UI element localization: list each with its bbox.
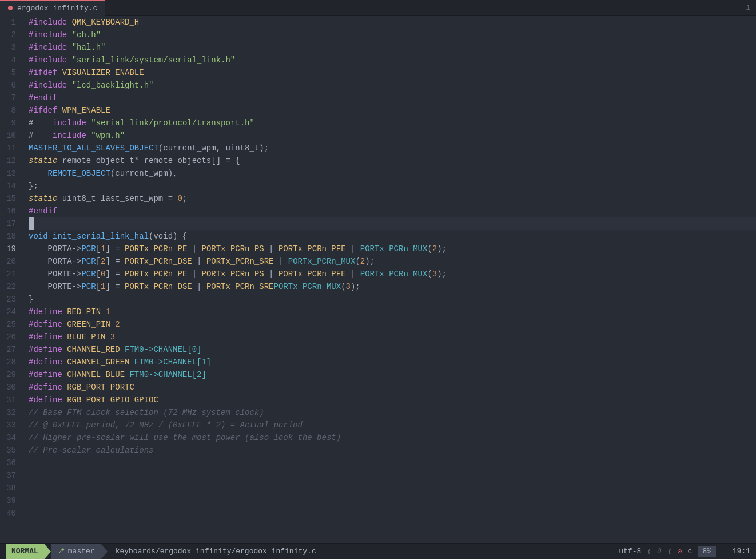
token-op <box>62 370 67 379</box>
tab-bar: ergodox_infinity.c 1 <box>0 0 756 16</box>
token-op: [ <box>96 244 101 253</box>
token-macro: PORTx_PCRn_PFE <box>278 269 346 279</box>
line-number: 4 <box>5 54 16 66</box>
token-macro: PORTx_PCRn_DSE <box>125 257 192 266</box>
token-op: uint8_t last_sent_wpm = <box>57 194 177 203</box>
code-line: #ifdef WPM_ENABLE <box>29 104 756 117</box>
line-number: 31 <box>5 394 16 406</box>
token-str: "wpm.h" <box>91 131 125 140</box>
token-op: ] = <box>105 257 125 266</box>
code-line: #define GREEN_PIN 2 <box>29 318 756 331</box>
statusbar: NORMAL ⎇ master keyboards/ergodox_infini… <box>0 543 756 559</box>
token-op: # <box>29 118 38 128</box>
line-number: 30 <box>5 381 16 394</box>
line-number: 23 <box>5 293 16 306</box>
token-macro: PORTx_PCRn_SRE <box>206 282 274 291</box>
token-comment: // Base FTM clock selection (72 MHz syst… <box>29 408 264 417</box>
active-tab[interactable]: ergodox_infinity.c <box>0 0 105 16</box>
mode-indicator: NORMAL <box>6 544 44 560</box>
token-op: ); <box>365 257 375 266</box>
token-macro: RGB_PORT <box>67 383 105 392</box>
token-op <box>86 118 91 128</box>
line-number: 16 <box>5 205 16 217</box>
token-op: remote_object_t* remote_objects[] = { <box>57 156 240 165</box>
line-number: 20 <box>5 255 16 268</box>
token-cyan: PORTx_PCRn_MUX <box>274 282 341 291</box>
filetype: c <box>688 547 693 556</box>
line-number: 22 <box>5 280 16 293</box>
token-macro: CHANNEL_RED <box>67 345 120 354</box>
branch-arrow <box>101 544 108 560</box>
code-line: // @ 0xFFFF period, 72 MHz / (0xFFFF * 2… <box>29 419 756 431</box>
token-op: (current_wpm), <box>110 169 178 178</box>
token-macro: PORTx_PCRn_PS <box>202 269 264 279</box>
token-kw-blue: void <box>29 232 48 241</box>
token-cyan: PORTx_PCRn_MUX <box>360 244 428 253</box>
git-icon: ⎇ <box>57 547 65 556</box>
line-number: 14 <box>5 180 16 192</box>
code-line: #include "serial_link/system/serial_link… <box>29 54 756 66</box>
line-number: 8 <box>5 104 16 117</box>
branch-indicator: ⎇ master <box>51 544 101 560</box>
code-content[interactable]: #include QMK_KEYBOARD_H#include "ch.h"#i… <box>22 16 756 543</box>
code-line: # include "wpm.h" <box>29 129 756 142</box>
token-kw-hash: #define <box>29 320 62 329</box>
token-macro: PORTC <box>110 383 134 392</box>
token-fn: PCR <box>81 269 96 279</box>
modified-dot <box>8 6 13 10</box>
token-macro: RGB_PORT_GPIO <box>67 395 129 405</box>
token-str: "lcd_backlight.h" <box>72 81 154 90</box>
code-line: REMOTE_OBJECT(current_wpm), <box>29 167 756 180</box>
token-num: 0 <box>177 194 182 203</box>
line-number: 21 <box>5 268 16 280</box>
token-kw-italic: static <box>29 194 57 203</box>
token-kw-hash: #define <box>29 370 62 379</box>
token-op: ( <box>427 269 432 279</box>
token-op: | <box>187 269 201 279</box>
line-number: 18 <box>5 230 16 243</box>
token-macro: BLUE_PIN <box>67 332 105 342</box>
token-op: ; <box>182 194 187 203</box>
token-op <box>62 395 67 405</box>
token-op <box>86 131 91 140</box>
token-op: [ <box>96 282 101 291</box>
token-kw-hash: #include <box>29 43 67 52</box>
token-op: # <box>29 131 38 140</box>
arrow-icon-3: ❮ <box>667 547 672 556</box>
token-num: 1 <box>105 307 110 316</box>
line-number: 40 <box>5 507 16 520</box>
token-op: | <box>192 257 206 266</box>
token-op: | <box>264 244 278 253</box>
token-op: | <box>264 269 278 279</box>
token-macro: QMK_KEYBOARD_H <box>72 18 140 27</box>
token-kw-hash: #define <box>29 345 62 354</box>
code-line: static remote_object_t* remote_objects[]… <box>29 154 756 167</box>
token-kw-italic: static <box>29 156 57 165</box>
code-line: static uint8_t last_sent_wpm = 0; <box>29 192 756 205</box>
token-op <box>67 18 71 27</box>
token-macro: PORTx_PCRn_PE <box>125 244 187 253</box>
tab-number: 1 <box>746 3 750 12</box>
token-comment: // Pre-scalar calculations <box>29 446 153 455</box>
token-op <box>105 332 110 342</box>
line-number: 32 <box>5 406 16 419</box>
token-op: [ <box>96 257 101 266</box>
code-line: #include "hal.h" <box>29 41 756 54</box>
token-macro: GREEN_PIN <box>67 320 110 329</box>
token-op: | <box>346 244 360 253</box>
line-number: 25 <box>5 318 16 331</box>
token-op: [ <box>96 269 101 279</box>
line-number: 19 <box>5 243 16 255</box>
code-line: #define RGB_PORT PORTC <box>29 381 756 394</box>
token-op <box>57 68 62 77</box>
token-cyan: PORTx_PCRn_MUX <box>288 257 356 266</box>
code-line: #endif <box>29 92 756 104</box>
code-line: MASTER_TO_ALL_SLAVES_OBJECT(current_wpm,… <box>29 142 756 154</box>
token-op <box>29 169 48 178</box>
code-line: #define RGB_PORT_GPIO GPIOC <box>29 394 756 406</box>
token-op: ( <box>355 257 360 266</box>
token-op: ); <box>437 269 447 279</box>
token-fn: init_serial_link_hal <box>53 232 149 241</box>
token-op <box>105 383 110 392</box>
line-numbers: 1234567891011121314151617181920212223242… <box>0 16 22 543</box>
